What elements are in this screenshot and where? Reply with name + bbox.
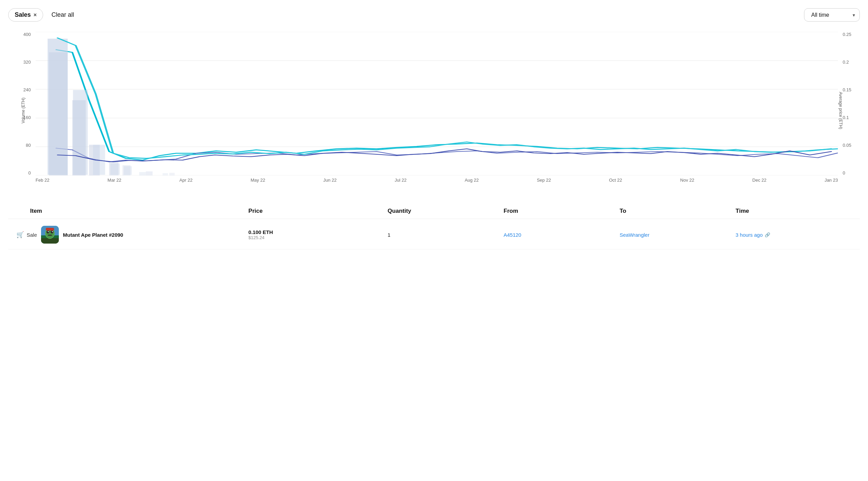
external-link-icon: 🔗 xyxy=(765,232,770,237)
quantity-value: 1 xyxy=(387,232,390,238)
svg-rect-18 xyxy=(139,172,146,176)
x-tick-jun22: Jun 22 xyxy=(323,178,337,183)
table-row: 🛒 Sale xyxy=(8,220,860,249)
time-select-wrapper: All time Last 24 hours Last 7 days Last … xyxy=(804,8,860,22)
x-tick-jul22: Jul 22 xyxy=(395,178,407,183)
svg-rect-22 xyxy=(41,238,59,244)
quantity-cell: 1 xyxy=(387,232,503,238)
x-tick-aug22: Aug 22 xyxy=(465,178,479,183)
from-address[interactable]: A45120 xyxy=(504,232,620,238)
x-tick-sep22: Sep 22 xyxy=(537,178,551,183)
y-left-tick-0: 0 xyxy=(28,170,34,176)
x-tick-jan23: Jan 23 xyxy=(825,178,838,183)
item-cell: 🛒 Sale xyxy=(16,226,248,244)
svg-rect-30 xyxy=(46,228,54,231)
nft-name[interactable]: Mutant Ape Planet #2090 xyxy=(63,232,123,238)
svg-rect-29 xyxy=(48,235,52,236)
y-left-tick-240: 240 xyxy=(23,87,34,92)
x-tick-feb22: Feb 22 xyxy=(36,178,49,183)
cart-icon: 🛒 xyxy=(16,231,24,238)
y-left-label: Volume (ETH) xyxy=(21,98,26,123)
filter-tag-close-icon[interactable]: × xyxy=(34,12,37,18)
x-tick-dec22: Dec 22 xyxy=(752,178,766,183)
svg-rect-14 xyxy=(73,90,88,175)
x-axis: Feb 22 Mar 22 Apr 22 May 22 Jun 22 Jul 2… xyxy=(36,178,838,193)
to-address[interactable]: SeaWrangler xyxy=(620,232,736,238)
chart-container: 400 320 240 160 80 0 0.25 0.2 0.15 0.1 0… xyxy=(8,28,860,193)
y-right-label: Average price (ETH) xyxy=(838,92,843,129)
col-header-price: Price xyxy=(248,208,387,214)
sale-type-cell: 🛒 Sale xyxy=(16,231,37,238)
filter-tag-label: Sales xyxy=(15,11,31,18)
chart-lines-overlay xyxy=(36,32,838,176)
chart-area xyxy=(36,32,838,176)
svg-rect-13 xyxy=(48,39,68,175)
y-right-tick-0: 0 xyxy=(840,170,845,176)
x-tick-oct22: Oct 22 xyxy=(609,178,622,183)
y-right-tick-025: 0.25 xyxy=(840,32,851,37)
sales-filter-tag[interactable]: Sales × xyxy=(8,8,43,22)
x-tick-mar22: Mar 22 xyxy=(107,178,121,183)
table-header: Item Price Quantity From To Time xyxy=(8,204,860,219)
col-header-from: From xyxy=(504,208,620,214)
x-tick-apr22: Apr 22 xyxy=(180,178,193,183)
svg-rect-17 xyxy=(124,166,132,175)
time-cell[interactable]: 3 hours ago 🔗 xyxy=(736,232,852,238)
y-right-tick-02: 0.2 xyxy=(840,60,849,65)
activity-table: Item Price Quantity From To Time 🛒 Sale xyxy=(8,204,860,249)
svg-point-27 xyxy=(48,231,49,232)
x-tick-may22: May 22 xyxy=(251,178,265,183)
time-value: 3 hours ago xyxy=(736,232,763,238)
sale-type-label: Sale xyxy=(27,232,37,238)
col-header-quantity: Quantity xyxy=(387,208,503,214)
clear-all-button[interactable]: Clear all xyxy=(49,10,77,20)
time-select[interactable]: All time Last 24 hours Last 7 days Last … xyxy=(804,8,860,22)
col-header-time: Time xyxy=(736,208,852,214)
y-right-tick-005: 0.05 xyxy=(840,143,851,148)
toolbar: Sales × Clear all All time Last 24 hours… xyxy=(8,8,860,22)
svg-point-28 xyxy=(52,231,53,232)
y-left-tick-320: 320 xyxy=(23,60,34,65)
x-tick-nov22: Nov 22 xyxy=(680,178,694,183)
y-left-tick-400: 400 xyxy=(23,32,34,37)
nft-thumb-svg xyxy=(41,226,59,244)
price-cell: 0.100 ETH $125.24 xyxy=(248,229,387,240)
col-header-to: To xyxy=(620,208,736,214)
y-axis-right: 0.25 0.2 0.15 0.1 0.05 0 xyxy=(840,32,860,176)
col-header-item: Item xyxy=(16,208,248,214)
nft-thumbnail[interactable] xyxy=(41,226,59,244)
svg-rect-19 xyxy=(162,173,168,176)
price-eth: 0.100 ETH xyxy=(248,229,387,235)
price-usd: $125.24 xyxy=(248,235,387,240)
y-left-tick-80: 80 xyxy=(26,143,34,148)
svg-rect-16 xyxy=(110,164,120,175)
